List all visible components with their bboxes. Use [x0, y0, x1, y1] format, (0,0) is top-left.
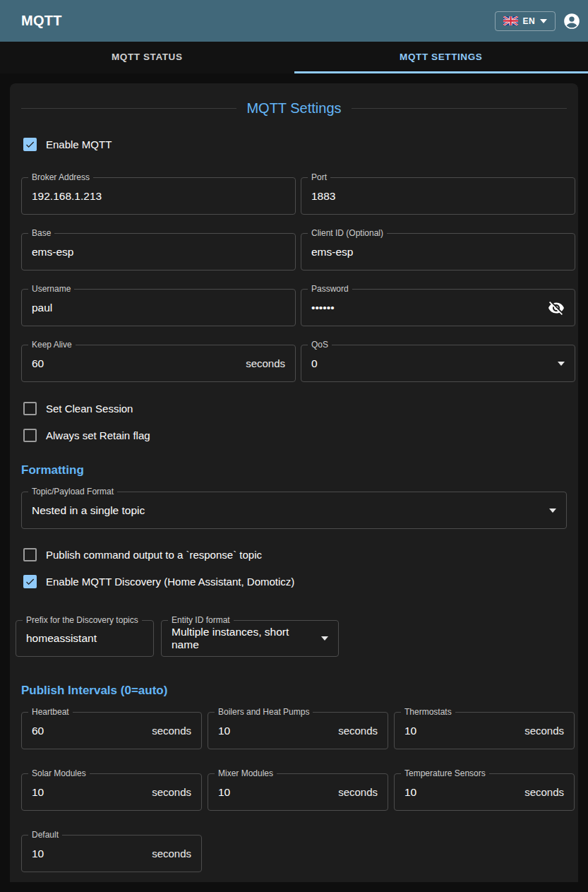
mqtt-discovery-checkbox[interactable]: [23, 575, 37, 588]
visibility-off-icon[interactable]: [548, 299, 565, 316]
tab-bar: MQTT STATUS MQTT SETTINGS: [0, 42, 588, 73]
app-bar-actions: EN: [495, 11, 581, 31]
response-topic-row[interactable]: Publish command output to a `response` t…: [23, 548, 578, 561]
topic-format-row: Topic/Payload Format Nested in a single …: [21, 492, 567, 529]
entity-id-format-label: Entity ID format: [168, 615, 234, 625]
heartbeat-label: Heartbeat: [28, 707, 73, 717]
heartbeat-suffix: seconds: [152, 725, 191, 737]
check-icon: [25, 139, 35, 150]
topic-format-label: Topic/Payload Format: [28, 487, 117, 496]
enable-mqtt-label: Enable MQTT: [46, 138, 112, 150]
temperature-sensors-label: Temperature Sensors: [401, 768, 489, 778]
qos-select[interactable]: QoS 0: [301, 345, 575, 382]
response-topic-checkbox[interactable]: [23, 548, 37, 561]
dropdown-arrow-icon: [321, 636, 328, 641]
page-title: MQTT: [21, 13, 62, 29]
base-field[interactable]: Base ems-esp: [21, 233, 296, 270]
keep-alive-field[interactable]: Keep Alive 60 seconds: [21, 345, 296, 382]
discovery-prefix-field[interactable]: Prefix for the Discovery topics homeassi…: [16, 620, 154, 657]
settings-panel: MQTT Settings Enable MQTT Broker Address…: [10, 83, 578, 882]
boilers-value: 10: [218, 725, 230, 737]
mqtt-discovery-label: Enable MQTT Discovery (Home Assistant, D…: [46, 576, 294, 588]
discovery-prefix-label: Prefix for the Discovery topics: [23, 615, 142, 625]
language-label: EN: [523, 16, 535, 26]
default-suffix: seconds: [152, 848, 191, 860]
discovery-prefix-value: homeassistant: [26, 632, 97, 645]
boilers-suffix: seconds: [338, 725, 378, 737]
entity-id-format-select[interactable]: Entity ID format Multiple instances, sho…: [161, 620, 339, 657]
username-label: Username: [28, 284, 74, 294]
broker-address-label: Broker Address: [28, 172, 93, 182]
grid-spacer: [394, 835, 575, 872]
qos-label: QoS: [308, 340, 332, 350]
response-topic-label: Publish command output to a `response` t…: [46, 549, 262, 561]
check-icon: [25, 576, 35, 587]
tab-mqtt-settings[interactable]: MQTT SETTINGS: [294, 42, 588, 73]
mixer-interval-field[interactable]: Mixer Modules 10 seconds: [208, 773, 388, 811]
client-id-field[interactable]: Client ID (Optional) ems-esp: [301, 233, 575, 270]
temperature-sensors-value: 10: [404, 786, 416, 799]
uk-flag-icon: [503, 16, 518, 25]
default-label: Default: [28, 830, 62, 840]
settings-heading: MQTT Settings: [236, 100, 351, 117]
clean-session-checkbox[interactable]: [23, 402, 37, 415]
mqtt-discovery-row[interactable]: Enable MQTT Discovery (Home Assistant, D…: [23, 575, 578, 588]
heartbeat-interval-field[interactable]: Heartbeat 60 seconds: [21, 712, 202, 749]
formatting-heading: Formatting: [21, 463, 567, 477]
enable-mqtt-checkbox[interactable]: [23, 138, 37, 151]
settings-section-title: MQTT Settings: [21, 100, 567, 117]
temperature-sensors-interval-field[interactable]: Temperature Sensors 10 seconds: [394, 773, 575, 811]
heartbeat-value: 60: [32, 725, 44, 737]
port-value: 1883: [311, 190, 335, 203]
account-avatar-icon[interactable]: [563, 12, 581, 30]
port-field[interactable]: Port 1883: [301, 177, 575, 215]
topic-format-select[interactable]: Topic/Payload Format Nested in a single …: [21, 492, 567, 529]
enable-mqtt-row[interactable]: Enable MQTT: [23, 138, 578, 151]
divider: [21, 108, 236, 109]
mqtt-settings-screen: MQTT EN MQTT STATUS MQTT SE: [0, 0, 588, 892]
retain-flag-checkbox[interactable]: [23, 429, 37, 442]
tab-mqtt-status[interactable]: MQTT STATUS: [0, 42, 294, 73]
solar-suffix: seconds: [152, 786, 191, 798]
dropdown-arrow-icon: [558, 362, 565, 366]
divider: [352, 108, 567, 109]
keep-alive-value: 60: [32, 357, 44, 370]
solar-interval-field[interactable]: Solar Modules 10 seconds: [21, 773, 202, 811]
entity-id-format-value: Multiple instances, short name: [172, 626, 311, 651]
thermostats-label: Thermostats: [401, 707, 455, 717]
broker-address-value: 192.168.1.213: [32, 190, 102, 203]
base-label: Base: [28, 228, 54, 238]
client-id-label: Client ID (Optional): [308, 228, 387, 238]
default-value: 10: [32, 848, 44, 860]
boilers-interval-field[interactable]: Boilers and Heat Pumps 10 seconds: [208, 712, 388, 749]
solar-value: 10: [32, 786, 44, 799]
intervals-grid: Heartbeat 60 seconds Boilers and Heat Pu…: [10, 712, 578, 872]
retain-flag-label: Always set Retain flag: [46, 429, 150, 441]
thermostats-suffix: seconds: [524, 725, 564, 737]
username-field[interactable]: Username paul: [21, 289, 296, 326]
temperature-sensors-suffix: seconds: [524, 786, 564, 798]
port-label: Port: [308, 172, 330, 182]
thermostats-interval-field[interactable]: Thermostats 10 seconds: [394, 712, 575, 749]
username-value: paul: [32, 302, 52, 314]
keep-alive-label: Keep Alive: [28, 340, 76, 350]
base-value: ems-esp: [32, 246, 73, 258]
language-selector-button[interactable]: EN: [495, 11, 556, 31]
grid-spacer: [208, 835, 388, 872]
publish-intervals-heading: Publish Intervals (0=auto): [21, 684, 567, 698]
retain-flag-row[interactable]: Always set Retain flag: [23, 429, 578, 442]
clean-session-row[interactable]: Set Clean Session: [23, 402, 578, 415]
thermostats-value: 10: [404, 725, 416, 737]
broker-address-field[interactable]: Broker Address 192.168.1.213: [21, 177, 296, 215]
default-interval-field[interactable]: Default 10 seconds: [21, 835, 202, 872]
app-bar: MQTT EN: [0, 0, 588, 42]
solar-label: Solar Modules: [28, 768, 90, 778]
discovery-fields-row: Prefix for the Discovery topics homeassi…: [16, 620, 578, 657]
password-field[interactable]: Password ••••••: [301, 289, 575, 326]
password-label: Password: [308, 284, 352, 294]
mixer-label: Mixer Modules: [215, 768, 277, 778]
keep-alive-suffix: seconds: [246, 357, 285, 369]
clean-session-label: Set Clean Session: [46, 403, 133, 415]
client-id-value: ems-esp: [311, 246, 353, 258]
mixer-suffix: seconds: [338, 786, 378, 798]
